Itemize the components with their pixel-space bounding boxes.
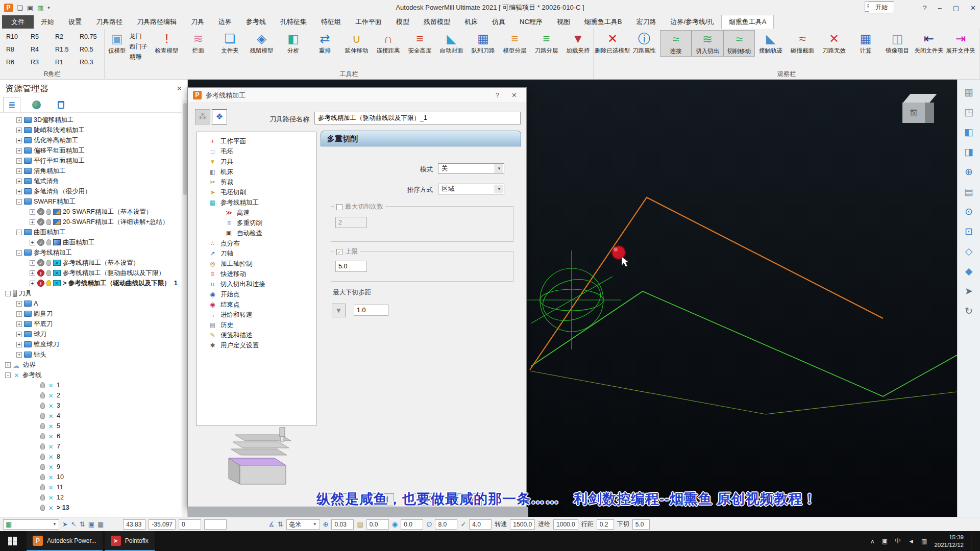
tray-volume-icon[interactable]: ◄ xyxy=(908,538,914,545)
start-macro-button[interactable]: 开始 xyxy=(869,2,894,13)
expander-icon[interactable]: + xyxy=(30,260,35,266)
expander-icon[interactable]: + xyxy=(16,352,22,358)
tree-item[interactable]: 8 xyxy=(0,452,187,462)
cursor-extra-value[interactable] xyxy=(204,519,227,530)
mode-select[interactable]: 关▼ xyxy=(438,163,504,174)
spindle-speed-value[interactable]: 1500.0 xyxy=(510,519,535,530)
bulb-icon[interactable] xyxy=(40,423,45,429)
ribbon-button[interactable]: ≈ 切削移动 xyxy=(723,30,755,57)
bulb-icon[interactable] xyxy=(46,219,51,225)
tree-item[interactable]: 10 xyxy=(0,472,187,482)
minimize-button[interactable]: – xyxy=(938,4,942,12)
view-toolbar-button[interactable]: ◧ xyxy=(962,124,976,139)
r-value-button[interactable]: R1.5 xyxy=(52,46,77,53)
tree-item[interactable]: 2 xyxy=(0,390,187,400)
explorer-recycle-tab[interactable] xyxy=(52,97,69,112)
orientation-cube[interactable]: 前 xyxy=(902,94,941,131)
ribbon-button[interactable]: ◧ 分析 xyxy=(278,30,309,60)
expander-icon[interactable]: + xyxy=(16,321,22,327)
raise-lower-icon[interactable]: ⇅ xyxy=(80,520,85,528)
tray-chevron-up-icon[interactable]: ∧ xyxy=(870,538,875,545)
tree-item[interactable]: + 曲面精加工 xyxy=(0,237,187,247)
r-value-button[interactable]: R1 xyxy=(52,59,77,66)
bulb-icon[interactable] xyxy=(40,464,45,470)
ribbon-tab[interactable]: 刀具 xyxy=(184,15,211,29)
bulb-icon[interactable] xyxy=(46,239,51,245)
r-value-button[interactable]: R4 xyxy=(28,46,52,53)
dialog-tree-item[interactable]: ▤ 历史 xyxy=(197,320,316,330)
ribbon-button[interactable]: ⇥ 展开文件夹 xyxy=(945,30,976,57)
expander-icon[interactable]: - xyxy=(5,291,11,296)
tree-item[interactable]: + > 参考线精加工（驱动曲线以及下限）_1 xyxy=(0,278,187,288)
dialog-tree-item[interactable]: ↗ 刀轴 xyxy=(197,248,316,259)
ribbon-button[interactable]: ≈ 连接 xyxy=(660,30,692,57)
machine-preset-button[interactable]: 精雕 xyxy=(130,53,148,61)
ribbon-tab[interactable]: 刀具路径 xyxy=(89,15,130,29)
tree-item[interactable]: - 参考线精加工 xyxy=(0,247,187,258)
max-cuts-checkbox[interactable] xyxy=(336,204,342,210)
measure-icon[interactable]: ∡ xyxy=(268,520,275,528)
ribbon-button[interactable]: ◫ 镜像项目 xyxy=(881,30,913,57)
ribbon-button[interactable]: ▼ 加载夹持 xyxy=(562,30,594,60)
bulb-icon[interactable] xyxy=(40,382,45,388)
expander-icon[interactable]: + xyxy=(16,148,22,154)
thickness-value[interactable]: 0.0 xyxy=(366,519,389,530)
ribbon-tab[interactable]: 宏刀路 xyxy=(629,15,663,29)
machine-preset-button[interactable]: 西门子 xyxy=(130,42,148,51)
dialog-tree-item[interactable]: ✎ 便笺和描述 xyxy=(197,330,316,340)
bulb-icon[interactable] xyxy=(40,454,45,460)
expander-icon[interactable]: + xyxy=(30,240,35,245)
ribbon-tab[interactable]: 开始 xyxy=(34,15,61,29)
dialog-tree-item[interactable]: ∪ 切入切出和连接 xyxy=(197,279,316,289)
axis-toggle-icon[interactable]: ⇅ xyxy=(278,520,283,528)
stepover-value[interactable]: 0.2 xyxy=(597,519,614,530)
upper-limit-checkbox[interactable] xyxy=(336,249,342,255)
tree-item[interactable]: + 3D偏移精加工 xyxy=(0,115,187,125)
expander-icon[interactable]: + xyxy=(16,332,22,337)
expander-icon[interactable]: - xyxy=(16,199,22,205)
help-button[interactable]: ? xyxy=(923,4,926,12)
max-stepdown-input[interactable] xyxy=(354,305,388,316)
stepdown-tool-button[interactable]: ▼ xyxy=(332,304,346,317)
order-select[interactable]: 区域▼ xyxy=(438,184,504,194)
expander-icon[interactable]: - xyxy=(16,250,22,256)
dialog-close-button[interactable]: ✕ xyxy=(507,91,521,99)
view-toolbar-button[interactable]: ◇ xyxy=(962,244,976,258)
close-button[interactable]: ✕ xyxy=(970,4,976,12)
dialog-tree-item[interactable]: ≡ 多重切削 xyxy=(197,218,316,228)
ribbon-tab[interactable]: 文件 xyxy=(2,15,34,29)
start-button[interactable] xyxy=(0,531,24,551)
tree-item[interactable]: + 参考线精加工（基本设置） xyxy=(0,258,187,268)
expander-icon[interactable]: + xyxy=(16,189,22,194)
expander-icon[interactable]: + xyxy=(16,128,22,133)
tree-item[interactable]: + 优化等高精加工 xyxy=(0,135,187,145)
ribbon-tab[interactable]: NC程序 xyxy=(512,15,550,29)
expander-icon[interactable]: + xyxy=(30,281,35,286)
ribbon-button[interactable]: ◈ 残留模型 xyxy=(246,30,278,60)
expander-icon[interactable]: - xyxy=(16,230,22,235)
bulb-icon[interactable] xyxy=(46,209,51,215)
dialog-tree-item[interactable]: ✂ 剪裁 xyxy=(197,177,316,187)
tree-item[interactable]: > 13 xyxy=(0,503,187,513)
expander-icon[interactable]: + xyxy=(16,168,22,174)
tree-item[interactable]: 3 xyxy=(0,400,187,411)
stepdown-value[interactable]: 5.0 xyxy=(632,519,650,530)
bulb-icon[interactable] xyxy=(40,392,45,398)
tree-item[interactable]: + A xyxy=(0,298,187,309)
taskbar-app[interactable]: ➤ Pointofix xyxy=(105,531,155,551)
view-toolbar-button[interactable]: ▦ xyxy=(962,85,976,99)
dialog-tree-item[interactable]: ∴ 点分布 xyxy=(197,238,316,248)
bulb-icon[interactable] xyxy=(46,260,51,266)
expander-icon[interactable]: - xyxy=(5,372,11,378)
ribbon-tab[interactable]: 模型 xyxy=(389,15,416,29)
bulb-icon[interactable] xyxy=(40,494,45,500)
dialog-tree-item[interactable]: ◎ 加工轴控制 xyxy=(197,259,316,269)
ribbon-button[interactable]: ≋ 烂面 xyxy=(183,30,214,60)
strategy-toggle-icon-b[interactable]: ❖ xyxy=(212,109,227,124)
r-value-button[interactable]: R5 xyxy=(28,33,52,40)
expander-icon[interactable]: + xyxy=(16,301,22,307)
dialog-tree-item[interactable]: ≫ 高速 xyxy=(197,208,316,218)
expander-icon[interactable]: + xyxy=(16,311,22,317)
dialog-tree-item[interactable]: ▼ 刀具 xyxy=(197,157,316,167)
diameter-value[interactable]: 8.0 xyxy=(435,519,457,530)
